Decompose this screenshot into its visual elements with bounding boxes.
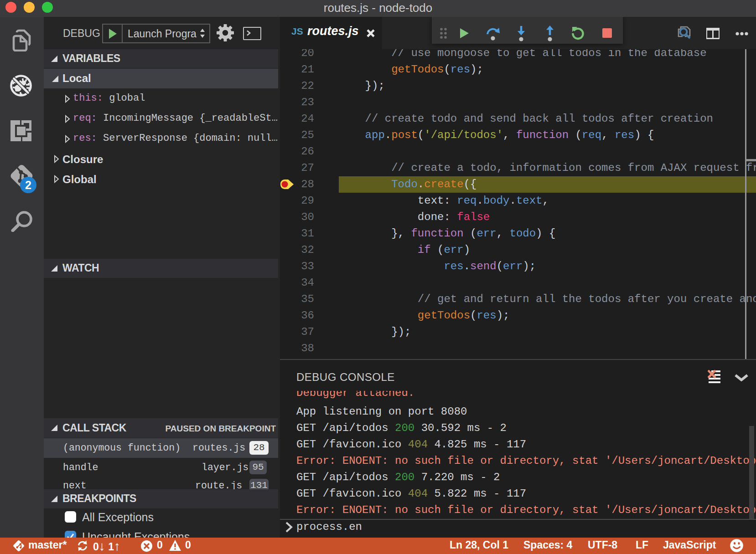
svg-text:2: 2 — [25, 179, 31, 191]
